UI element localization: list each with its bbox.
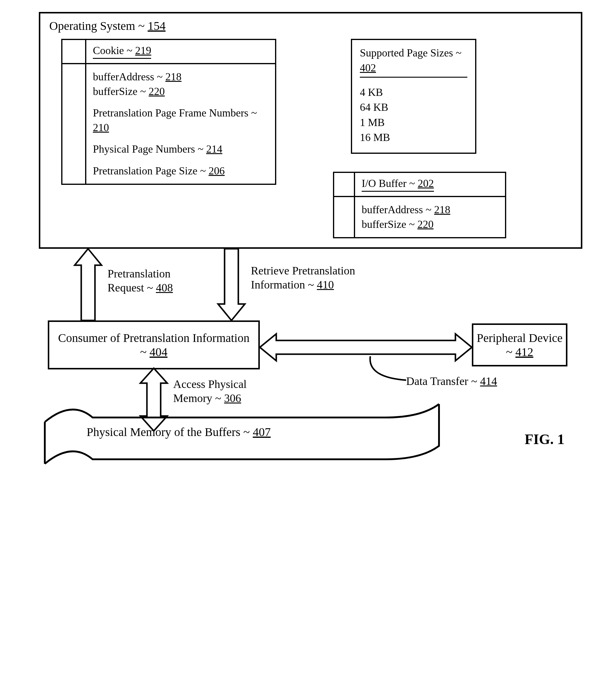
arrow-down-icon (218, 249, 245, 321)
cookie-item: Physical Page Numbers ~ 214 (93, 142, 268, 157)
right-column: Supported Page Sizes ~ 402 4 KB 64 KB 1 … (294, 39, 572, 238)
pretrans-req-label: Pretranslation Request ~ 408 (108, 267, 197, 295)
figure-label: FIG. 1 (525, 431, 564, 447)
below-area: Pretranslation Request ~ 408 Retrieve Pr… (39, 249, 582, 470)
cookie-body: bufferAddress ~ 218 bufferSize ~ 220 Pre… (62, 64, 275, 184)
cookie-item: Pretranslation Page Frame Numbers ~ 210 (93, 106, 268, 135)
os-inner-row: Cookie ~ 219 bufferAddress ~ 218 bufferS… (49, 39, 572, 238)
svg-marker-0 (75, 249, 102, 321)
page-sizes-box: Supported Page Sizes ~ 402 4 KB 64 KB 1 … (351, 39, 476, 154)
cookie-body-tab (62, 64, 86, 184)
cookie-header-tab (62, 40, 86, 63)
peripheral-box: Peripheral Device ~ 412 (472, 323, 567, 366)
retrieve-label: Retrieve Pretranslation Information ~ 41… (251, 264, 379, 292)
page-size-value: 4 KB (360, 85, 467, 100)
cookie-content: bufferAddress ~ 218 bufferSize ~ 220 Pre… (86, 64, 275, 184)
cookie-title-text: Cookie ~ (93, 45, 135, 57)
cookie-box: Cookie ~ 219 bufferAddress ~ 218 bufferS… (61, 39, 276, 185)
cookie-title: Cookie ~ 219 (86, 40, 275, 63)
cookie-title-ref: 219 (135, 45, 151, 57)
page-size-value: 64 KB (360, 100, 467, 115)
arrow-up-icon (75, 249, 102, 321)
io-buffer-box: I/O Buffer ~ 202 bufferAddress ~ 218 buf… (333, 172, 506, 238)
io-buffer-item: bufferAddress ~ 218 (362, 202, 499, 217)
io-buffer-item: bufferSize ~ 220 (362, 217, 499, 232)
io-buffer-header-tab (334, 173, 355, 196)
page-sizes-title: Supported Page Sizes ~ 402 (360, 46, 467, 78)
io-buffer-body-tab (334, 197, 355, 237)
consumer-box: Consumer of Pretranslation Information ~… (48, 321, 260, 370)
cookie-column: Cookie ~ 219 bufferAddress ~ 218 bufferS… (61, 39, 276, 185)
io-buffer-content: bufferAddress ~ 218 bufferSize ~ 220 (355, 197, 505, 237)
svg-marker-1 (218, 249, 245, 321)
os-title-ref: 154 (148, 19, 165, 33)
page-size-value: 16 MB (360, 130, 467, 145)
io-buffer-header-row: I/O Buffer ~ 202 (334, 173, 505, 197)
cookie-item: bufferAddress ~ 218 (93, 70, 268, 84)
os-title-text: Operating System ~ (49, 19, 148, 33)
access-mem-label: Access Physical Memory ~ 306 (173, 377, 269, 405)
io-buffer-title: I/O Buffer ~ 202 (355, 173, 505, 196)
phys-mem-label: Physical Memory of the Buffers ~ 407 (87, 425, 271, 439)
data-transfer-label: Data Transfer ~ 414 (406, 374, 508, 388)
os-title: Operating System ~ 154 (49, 19, 572, 33)
cookie-item: Pretranslation Page Size ~ 206 (93, 164, 268, 178)
operating-system-box: Operating System ~ 154 Cookie ~ 219 buff… (39, 12, 582, 249)
io-buffer-body: bufferAddress ~ 218 bufferSize ~ 220 (334, 197, 505, 237)
cookie-header-row: Cookie ~ 219 (62, 40, 275, 64)
cookie-item: bufferSize ~ 220 (93, 84, 268, 99)
page-size-value: 1 MB (360, 115, 467, 130)
